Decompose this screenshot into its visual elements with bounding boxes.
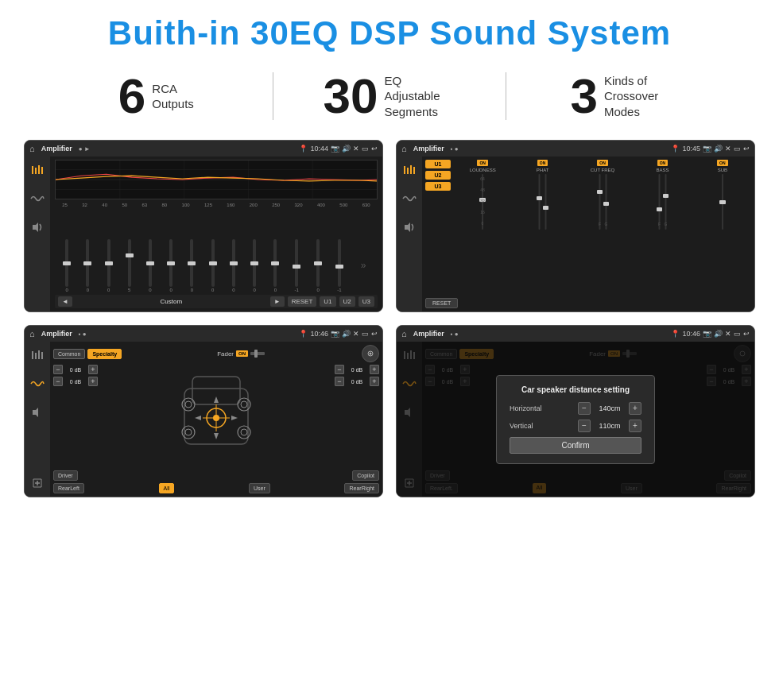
sidebar3-eq-icon[interactable] [29,346,46,364]
svg-rect-14 [407,168,409,174]
svg-rect-15 [410,165,412,174]
left-db-1-minus[interactable]: − [53,377,63,386]
screen3-main: Common Specialty Fader ON [50,342,382,497]
btn-rearleft[interactable]: RearLeft [53,483,84,493]
eq-slider-5[interactable]: 0 [169,239,172,292]
right-db-1-minus[interactable]: − [335,377,344,386]
eq-slider-3[interactable]: 5 [128,239,131,292]
settings-icon[interactable] [362,345,379,362]
bass-sliders: F G [657,174,669,230]
screen4-indicators: ▪ ● [451,331,459,338]
screen3-x-icon: ✕ [353,330,359,338]
btn-user[interactable]: User [249,483,270,493]
eq-graph [55,160,378,199]
phat-label: PHAT [537,168,549,172]
svg-rect-30 [597,190,603,194]
screen1-rect-icon: ▭ [362,145,369,153]
svg-rect-25 [539,174,541,230]
right-db-1-plus[interactable]: + [370,377,379,386]
horizontal-plus-btn[interactable]: + [629,402,641,415]
eq-slider-7[interactable]: 0 [211,239,215,292]
eq-u2-btn[interactable]: U2 [339,296,355,307]
screen-specialty: ⌂ Amplifier ▪ ● 📍 10:46 📷 🔊 ✕ ▭ ↩ [24,325,383,497]
stats-row: 6 RCAOutputs 30 EQ AdjustableSegments 3 … [0,60,779,132]
sidebar3-arrows-icon[interactable] [29,474,46,492]
screen2-x-icon: ✕ [725,145,731,153]
eq-u1-btn[interactable]: U1 [320,296,335,307]
sidebar-wave-icon[interactable] [29,190,46,207]
screen3-controls-area: − 0 dB + − 0 dB + [53,365,379,468]
screen4-x-icon: ✕ [725,330,731,338]
screen3-tabs: Common Specialty [53,349,122,359]
sidebar3-wave-icon[interactable] [29,375,46,393]
channel-cutfreq: ON CUT FREQ F [574,160,631,230]
tab-specialty[interactable]: Specialty [87,349,122,359]
eq-slider-9[interactable]: 0 [253,239,256,292]
eq-slider-8[interactable]: 0 [232,239,235,292]
btn-all[interactable]: All [159,483,175,493]
right-db-1: − 0 dB + [335,377,379,386]
eq-slider-4[interactable]: 0 [149,239,152,292]
sidebar-speaker-icon[interactable] [29,219,46,236]
screen3-bottom-row2: RearLeft All User RearRight [53,483,379,493]
btn-driver[interactable]: Driver [53,470,78,481]
eq-play-btn[interactable]: ► [270,296,285,307]
screen4-back-icon[interactable]: ↩ [743,330,750,338]
screen1-back-icon[interactable]: ↩ [371,145,378,153]
eq-slider-6[interactable]: 0 [190,239,193,292]
preset-u1[interactable]: U1 [425,160,451,168]
dialog-horizontal-label: Horizontal [510,404,542,412]
sidebar2-speaker-icon[interactable] [401,219,418,236]
sidebar-eq-icon[interactable] [29,161,46,179]
btn-rearright[interactable]: RearRight [344,483,379,493]
horizontal-minus-btn[interactable]: − [578,402,591,415]
vertical-minus-btn[interactable]: − [578,420,591,432]
tab-common[interactable]: Common [53,349,85,359]
left-db-0-plus[interactable]: + [88,365,98,374]
channel-bass: ON BASS F [634,160,691,230]
eq-slider-10[interactable]: 0 [273,239,277,292]
vertical-plus-btn[interactable]: + [629,420,641,432]
left-db-1: − 0 dB + [53,377,113,386]
confirm-button[interactable]: Confirm [510,437,641,454]
sidebar3-speaker-icon[interactable] [29,404,46,421]
screen2-reset-btn[interactable]: RESET [425,298,458,308]
preset-u2[interactable]: U2 [425,171,451,180]
eq-u3-btn[interactable]: U3 [358,296,374,307]
preset-u3[interactable]: U3 [425,182,451,191]
eq-prev-btn[interactable]: ◄ [58,296,72,307]
camera-icon: 📷 [331,145,339,153]
eq-slider-12[interactable]: 0 [316,239,320,292]
eq-slider-11[interactable]: -1 [295,239,299,292]
eq-reset-btn[interactable]: RESET [288,296,317,307]
btn-copilot[interactable]: Copilot [352,470,379,481]
svg-rect-28 [543,206,548,210]
right-db-0-plus[interactable]: + [370,365,379,374]
volume-icon-4: 🔊 [714,330,723,338]
screen2-back-icon[interactable]: ↩ [743,145,750,153]
home-icon-2[interactable]: ⌂ [401,144,407,153]
sidebar2-eq-icon[interactable] [401,161,418,179]
svg-text:0: 0 [482,221,484,226]
home-icon[interactable]: ⌂ [29,144,35,153]
home-icon-4[interactable]: ⌂ [401,329,407,338]
screen3-back-icon[interactable]: ↩ [371,330,378,338]
fader-label: Fader [217,350,234,358]
cutfreq-sliders: F G [597,174,609,230]
screen1-app-title: Amplifier [41,145,72,153]
svg-marker-17 [405,222,410,232]
right-db-0-minus[interactable]: − [335,365,344,374]
stat-divider-1 [273,72,273,120]
home-icon-3[interactable]: ⌂ [29,329,35,338]
eq-slider-0[interactable]: 0 [65,239,68,292]
screen3-time: 10:46 [310,330,328,338]
svg-rect-33 [603,202,609,206]
horizontal-control: − 140cm + [578,402,641,415]
eq-slider-1[interactable]: 0 [86,239,89,292]
sidebar2-wave-icon[interactable] [401,190,418,207]
eq-slider-2[interactable]: 0 [107,239,110,292]
eq-slider-13[interactable]: -1 [337,239,341,292]
screen2-sidebar [397,157,422,311]
left-db-0-minus[interactable]: − [53,365,63,374]
left-db-1-plus[interactable]: + [88,377,98,386]
